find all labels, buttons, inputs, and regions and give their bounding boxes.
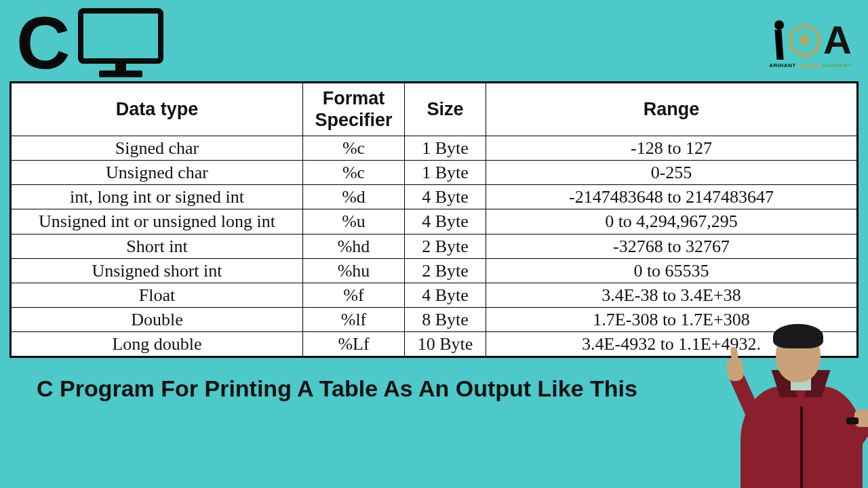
cell-format: %c [303, 160, 405, 184]
table-row: Float%f4 Byte3.4E-38 to 3.4E+38 [12, 283, 857, 307]
header-size: Size [405, 83, 486, 136]
brand-mark: ☸ A [769, 20, 852, 61]
cell-type: Float [12, 283, 303, 307]
cell-type: Long double [12, 332, 303, 357]
cell-range: -2147483648 to 2147483647 [486, 185, 857, 209]
header-format-specifier: Format Specifier [303, 83, 405, 136]
brand-logo: ☸ A ARIHANT ONLINE ACADEMY [769, 20, 852, 68]
table-row: Unsigned short int%hu2 Byte0 to 65535 [12, 258, 857, 283]
cell-format: %d [303, 185, 405, 209]
cell-format: %hd [303, 234, 405, 258]
cell-format: %hu [303, 258, 405, 283]
cell-format: %f [303, 283, 405, 307]
cell-size: 10 Byte [405, 332, 486, 357]
cell-format: %c [303, 136, 405, 160]
cell-type: Unsigned char [12, 160, 303, 184]
table-header-row: Data type Format Specifier Size Range [12, 83, 857, 136]
monitor-neck-shape [115, 64, 126, 70]
cell-type: int, long int or signed int [12, 185, 303, 209]
monitor-screen: CODE [78, 8, 163, 64]
table-row: Unsigned int or unsigned long int%u4 Byt… [12, 209, 857, 234]
cell-range: 0-255 [486, 160, 857, 184]
cell-range: 3.4E-38 to 3.4E+38 [486, 283, 857, 307]
cell-size: 8 Byte [405, 308, 486, 332]
cell-size: 2 Byte [405, 258, 486, 283]
cell-type: Unsigned int or unsigned long int [12, 209, 303, 234]
header-data-type: Data type [12, 83, 303, 136]
monitor-base-shape [99, 70, 142, 77]
header-left: C CODE [16, 8, 163, 77]
data-type-table: Data type Format Specifier Size Range Si… [11, 83, 857, 357]
cell-size: 4 Byte [405, 185, 486, 209]
header-range: Range [486, 83, 857, 136]
cell-format: %u [303, 209, 405, 234]
cell-format: %lf [303, 308, 405, 332]
brand-letter-a: A [823, 24, 852, 56]
cell-range: 0 to 4,294,967,295 [486, 209, 857, 234]
monitor-icon: CODE [78, 8, 163, 77]
data-type-table-container: Data type Format Specifier Size Range Si… [9, 81, 859, 358]
cell-range: -128 to 127 [486, 136, 857, 160]
cell-type: Signed char [12, 136, 303, 160]
cell-size: 4 Byte [405, 283, 486, 307]
cell-size: 1 Byte [405, 136, 486, 160]
cell-range: -32768 to 32767 [486, 234, 857, 258]
header-bar: C CODE ☸ A ARIHANT ONLINE ACADEMY [0, 0, 868, 81]
brand-seal-icon: ☸ [789, 25, 821, 56]
cell-range: 0 to 65535 [486, 258, 857, 283]
table-body: Signed char%c1 Byte-128 to 127Unsigned c… [12, 136, 857, 357]
cell-type: Short int [12, 234, 303, 258]
code-label: CODE [88, 22, 154, 49]
c-language-logo: C [16, 13, 66, 73]
table-row: Unsigned char%c1 Byte0-255 [12, 160, 857, 184]
brand-subtitle: ARIHANT ONLINE ACADEMY [769, 62, 852, 68]
cell-format: %Lf [303, 332, 405, 357]
table-row: Signed char%c1 Byte-128 to 127 [12, 136, 857, 160]
cell-size: 2 Byte [405, 234, 486, 258]
brand-word-1: ARIHANT [769, 62, 796, 68]
table-row: Short int%hd2 Byte-32768 to 32767 [12, 234, 857, 258]
cell-size: 1 Byte [405, 160, 486, 184]
cell-type: Double [12, 308, 303, 332]
cell-type: Unsigned short int [12, 258, 303, 283]
brand-word-2: ONLINE [797, 62, 820, 68]
presenter-figure [719, 325, 868, 488]
brand-word-3: ACADEMY [822, 62, 852, 68]
brand-teacher-icon [769, 20, 788, 61]
cell-size: 4 Byte [405, 209, 486, 234]
table-row: int, long int or signed int%d4 Byte-2147… [12, 185, 857, 209]
